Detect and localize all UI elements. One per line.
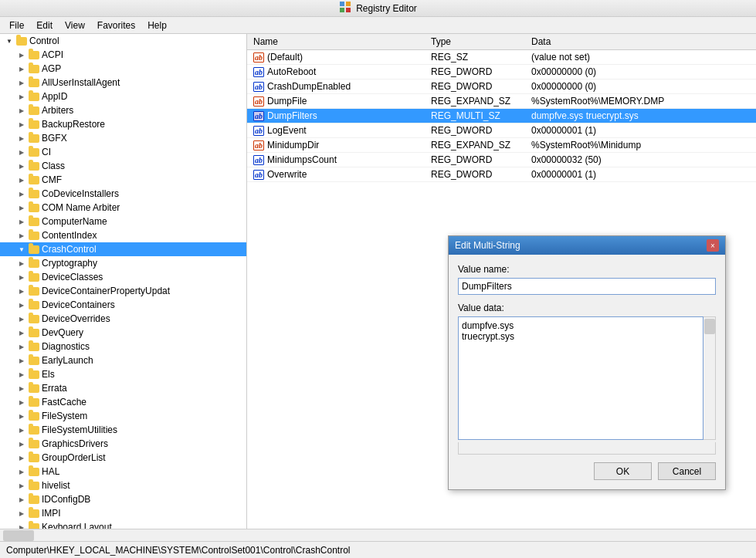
table-row[interactable]: abDumpFile REG_EXPAND_SZ %SystemRoot%\ME… xyxy=(247,94,756,109)
table-row[interactable]: abMinidumpDir REG_EXPAND_SZ %SystemRoot%… xyxy=(247,138,756,153)
tree-expand-comnamearbiter[interactable]: ▶ xyxy=(15,201,28,214)
tree-item-alluserinstallagent[interactable]: ▶ AllUserInstallAgent xyxy=(0,76,246,90)
tree-expand-idconfigdb[interactable]: ▶ xyxy=(15,493,28,506)
tree-item-els[interactable]: ▶ Els xyxy=(0,367,246,381)
tree-expand-devquery[interactable]: ▶ xyxy=(15,326,28,339)
table-row[interactable]: abMinidumpsCount REG_DWORD 0x00000032 (5… xyxy=(247,153,756,167)
tree-expand-devicecontainerpropertyupdat[interactable]: ▶ xyxy=(15,285,28,297)
tree-expand-devicecontainers[interactable]: ▶ xyxy=(15,299,28,311)
tree-expand-cryptography[interactable]: ▶ xyxy=(15,257,28,269)
dialog-horizontal-scrollbar[interactable] xyxy=(458,442,716,455)
tree-item-filesystem[interactable]: ▶ FileSystem xyxy=(0,409,246,423)
tree-panel[interactable]: ▼ Control ▶ ACPI ▶ AGP ▶ AllUserInstal xyxy=(0,34,247,529)
tree-expand-impi[interactable]: ▶ xyxy=(15,507,28,519)
tree-expand-codeviceinstallers[interactable]: ▶ xyxy=(15,188,28,200)
tree-item-backuprestore[interactable]: ▶ BackupRestore xyxy=(0,117,246,131)
tree-item-filesystemutilities[interactable]: ▶ FileSystemUtilities xyxy=(0,423,246,437)
tree-item-ci[interactable]: ▶ CI xyxy=(0,145,246,159)
tree-item-impi[interactable]: ▶ IMPI xyxy=(0,506,246,520)
tree-expand-bgfx[interactable]: ▶ xyxy=(15,132,28,144)
menu-edit[interactable]: Edit xyxy=(30,19,59,32)
tree-expand-class[interactable]: ▶ xyxy=(15,160,28,172)
tree-item-cryptography[interactable]: ▶ Cryptography xyxy=(0,256,246,270)
tree-expand-keyboardlayout[interactable]: ▶ xyxy=(15,521,28,529)
tree-item-devicecontainers[interactable]: ▶ DeviceContainers xyxy=(0,298,246,312)
table-row[interactable]: abCrashDumpEnabled REG_DWORD 0x00000000 … xyxy=(247,79,756,94)
tree-expand-cmf[interactable]: ▶ xyxy=(15,174,28,186)
tree-item-codeviceinstallers[interactable]: ▶ CoDeviceInstallers xyxy=(0,187,246,201)
menu-help[interactable]: Help xyxy=(141,19,173,32)
tree-expand-computername[interactable]: ▶ xyxy=(15,215,28,228)
menu-view[interactable]: View xyxy=(59,19,91,32)
tree-item-class[interactable]: ▶ Class xyxy=(0,159,246,173)
tree-item-fastcache[interactable]: ▶ FastCache xyxy=(0,395,246,409)
tree-item-devquery[interactable]: ▶ DevQuery xyxy=(0,326,246,340)
tree-item-devicecontainerpropertyupdat[interactable]: ▶ DeviceContainerPropertyUpdat xyxy=(0,284,246,298)
tree-expand-graphicsdrivers[interactable]: ▶ xyxy=(15,438,28,450)
folder-icon-diagnostics xyxy=(28,340,40,353)
tree-item-grouporderlist[interactable]: ▶ GroupOrderList xyxy=(0,451,246,465)
tree-expand-diagnostics[interactable]: ▶ xyxy=(15,340,28,353)
tree-expand-grouporderlist[interactable]: ▶ xyxy=(15,451,28,464)
tree-item-arbiters[interactable]: ▶ Arbiters xyxy=(0,103,246,117)
tree-label-hivelist: hivelist xyxy=(40,480,70,491)
tree-expand-deviceoverrides[interactable]: ▶ xyxy=(15,313,28,325)
dialog-value-name-input[interactable] xyxy=(458,278,716,295)
tree-item-computername[interactable]: ▶ ComputerName xyxy=(0,215,246,228)
tree-item-deviceclasses[interactable]: ▶ DeviceClasses xyxy=(0,270,246,284)
tree-expand-filesystem[interactable]: ▶ xyxy=(15,410,28,422)
tree-expand-control[interactable]: ▼ xyxy=(3,35,15,47)
tree-expand-agp[interactable]: ▶ xyxy=(15,63,28,75)
tree-expand-hal[interactable]: ▶ xyxy=(15,465,28,478)
table-row[interactable]: abOverwrite REG_DWORD 0x00000001 (1) xyxy=(247,167,756,182)
tree-item-comnamearbiter[interactable]: ▶ COM Name Arbiter xyxy=(0,201,246,215)
tree-expand-alluserinstallagent[interactable]: ▶ xyxy=(15,76,28,89)
tree-item-appid[interactable]: ▶ AppID xyxy=(0,90,246,103)
dialog-close-button[interactable]: × xyxy=(707,239,719,252)
tree-item-acpi[interactable]: ▶ ACPI xyxy=(0,48,246,62)
dialog-cancel-button[interactable]: Cancel xyxy=(658,462,716,480)
tree-item-idconfigdb[interactable]: ▶ IDConfigDB xyxy=(0,492,246,506)
tree-item-earlylaunch[interactable]: ▶ EarlyLaunch xyxy=(0,353,246,367)
table-row[interactable]: abLogEvent REG_DWORD 0x00000001 (1) xyxy=(247,123,756,138)
dialog-value-data-textarea[interactable]: dumpfve.sys truecrypt.sys xyxy=(458,316,703,440)
table-row[interactable]: abDumpFilters REG_MULTI_SZ dumpfve.sys t… xyxy=(247,109,756,123)
tree-item-cmf[interactable]: ▶ CMF xyxy=(0,173,246,187)
tree-item-hal[interactable]: ▶ HAL xyxy=(0,465,246,479)
tree-expand-appid[interactable]: ▶ xyxy=(15,90,28,103)
tree-expand-crashcontrol[interactable]: ▼ xyxy=(15,243,28,255)
tree-item-agp[interactable]: ▶ AGP xyxy=(0,62,246,76)
tree-expand-hivelist[interactable]: ▶ xyxy=(15,479,28,492)
tree-root[interactable]: ▼ Control xyxy=(0,34,246,48)
tree-item-keyboardlayout[interactable]: ▶ Keyboard Layout xyxy=(0,520,246,529)
tree-expand-fastcache[interactable]: ▶ xyxy=(15,396,28,408)
tree-expand-els[interactable]: ▶ xyxy=(15,368,28,380)
tree-expand-deviceclasses[interactable]: ▶ xyxy=(15,271,28,283)
edit-multistring-dialog[interactable]: Edit Multi-String × Value name: Value da… xyxy=(448,235,726,490)
tree-expand-ci[interactable]: ▶ xyxy=(15,146,28,158)
tree-item-deviceoverrides[interactable]: ▶ DeviceOverrides xyxy=(0,312,246,326)
table-row[interactable]: ab(Default) REG_SZ (value not set) xyxy=(247,50,756,65)
tree-item-contentindex[interactable]: ▶ ContentIndex xyxy=(0,228,246,242)
tree-item-errata[interactable]: ▶ Errata xyxy=(0,381,246,395)
tree-item-crashcontrol[interactable]: ▼ CrashControl xyxy=(0,242,246,256)
dialog-ok-button[interactable]: OK xyxy=(594,462,652,480)
tree-item-bgfx[interactable]: ▶ BGFX xyxy=(0,131,246,145)
status-bar: Computer\HKEY_LOCAL_MACHINE\SYSTEM\Contr… xyxy=(0,541,756,558)
tree-expand-backuprestore[interactable]: ▶ xyxy=(15,118,28,130)
tree-expand-errata[interactable]: ▶ xyxy=(15,382,28,394)
tree-expand-acpi[interactable]: ▶ xyxy=(15,49,28,61)
tree-expand-filesystemutilities[interactable]: ▶ xyxy=(15,424,28,436)
dialog-vertical-scrollbar[interactable] xyxy=(703,316,716,440)
horizontal-scrollbar[interactable] xyxy=(0,529,756,541)
tree-expand-arbiters[interactable]: ▶ xyxy=(15,104,28,117)
table-row[interactable]: abAutoReboot REG_DWORD 0x00000000 (0) xyxy=(247,65,756,79)
folder-icon-els xyxy=(28,368,40,380)
tree-expand-earlylaunch[interactable]: ▶ xyxy=(15,354,28,367)
menu-favorites[interactable]: Favorites xyxy=(91,19,141,32)
tree-item-hivelist[interactable]: ▶ hivelist xyxy=(0,479,246,492)
tree-item-diagnostics[interactable]: ▶ Diagnostics xyxy=(0,340,246,353)
menu-file[interactable]: File xyxy=(3,19,30,32)
tree-expand-contentindex[interactable]: ▶ xyxy=(15,229,28,242)
tree-item-graphicsdrivers[interactable]: ▶ GraphicsDrivers xyxy=(0,437,246,451)
